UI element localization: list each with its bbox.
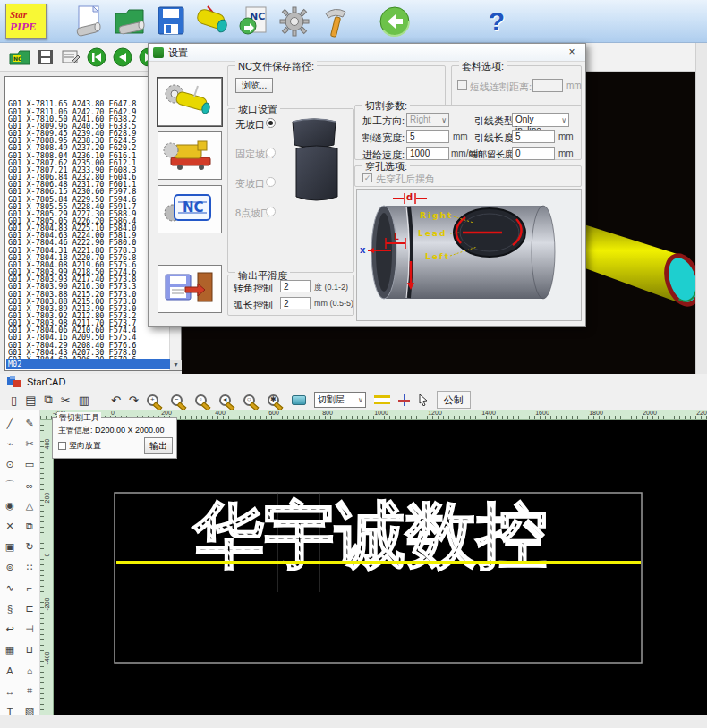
drawing-canvas[interactable]: 华宇诚数控 (54, 420, 707, 715)
rotate-icon[interactable]: ↻ (25, 541, 33, 553)
direction-dropdown[interactable]: Right∨ (406, 113, 449, 127)
pencil-icon[interactable]: ✎ (25, 418, 33, 429)
nc-folder-icon[interactable]: NC (9, 48, 30, 66)
document-edit-icon[interactable] (61, 48, 81, 66)
short-line-checkbox[interactable] (457, 80, 467, 90)
zoom-all-icon[interactable]: ○ (243, 394, 255, 406)
zoom-in-icon[interactable]: + (147, 394, 158, 406)
origin-crosshair-icon[interactable] (398, 394, 410, 406)
pipe-tool-icon[interactable] (195, 4, 229, 39)
polyline-icon[interactable]: ⌁ (7, 438, 13, 450)
center-circle-icon[interactable]: ⊙ (5, 459, 13, 470)
groove-radio-fixed[interactable] (266, 148, 276, 157)
copy-icon[interactable]: ⧉ (44, 393, 52, 407)
nc-doc-icon[interactable]: NC (158, 185, 222, 233)
hruler-label: 800 (322, 410, 333, 416)
dialog-titlebar[interactable]: 设置 × (149, 44, 585, 62)
gcode-lines[interactable]: G01 X-7811.65 A243.80 F647.8G01 X-7811.0… (8, 79, 167, 361)
line-icon[interactable]: ╱ (7, 418, 13, 429)
arc-control-input[interactable]: 2 (280, 297, 311, 309)
pipe-cutter-icon[interactable] (158, 78, 222, 126)
layer-dropdown[interactable]: 切割层∨ (314, 392, 366, 408)
hammer-tool-icon[interactable] (319, 4, 353, 39)
tent-icon[interactable]: ⌂ (27, 665, 33, 676)
mirror-icon[interactable]: △ (26, 500, 33, 512)
lead-length-input[interactable]: 5 (512, 130, 555, 143)
zoom-out-icon[interactable]: − (171, 394, 183, 406)
back-arrow-icon[interactable] (378, 4, 412, 39)
diagram-left-label: Left (425, 252, 450, 261)
starcad-titlebar[interactable]: StarCAD (0, 374, 707, 389)
corner-control-input[interactable]: 2 (280, 280, 311, 292)
spline-icon[interactable]: ∿ (5, 582, 13, 594)
kerf-width-unit: mm (453, 131, 468, 141)
lead-type-dropdown[interactable]: Only in_line∨ (512, 113, 569, 127)
new-file-icon[interactable] (72, 4, 106, 39)
redo-icon[interactable]: ↷ (129, 394, 139, 407)
undo-icon[interactable]: ↶ (111, 394, 121, 407)
hruler-label: 1600 (535, 410, 549, 416)
delete-icon[interactable]: ✕ (5, 521, 13, 532)
open-rect-icon[interactable]: ⊏ (25, 603, 33, 614)
donut-icon[interactable]: ⊚ (5, 562, 13, 573)
metric-button[interactable]: 公制 (437, 391, 471, 409)
browse-button[interactable]: 浏览... (235, 78, 273, 93)
measure-icon[interactable] (374, 395, 390, 404)
nc-folder-label: NC (13, 55, 22, 62)
trim-icon[interactable]: ⊣ (25, 623, 34, 635)
save-small-icon[interactable] (37, 48, 55, 66)
settings-gear-icon[interactable] (277, 4, 311, 39)
zoom-prev-icon[interactable]: ◂ (219, 394, 231, 406)
save-icon[interactable] (154, 4, 188, 39)
feed-rate-input[interactable]: 1000 (406, 147, 449, 160)
hook-icon[interactable]: ↩ (5, 623, 13, 635)
array-icon[interactable]: ∷ (27, 562, 33, 573)
dimension-icon[interactable]: ↔ (5, 686, 15, 697)
cut-icon[interactable]: ✂ (61, 394, 71, 407)
scissors-icon[interactable]: ✂ (25, 438, 33, 450)
select-cursor-icon[interactable] (418, 394, 429, 406)
close-icon[interactable]: × (564, 45, 580, 60)
kerf-width-input[interactable]: 5 (406, 130, 449, 143)
copy-shape-icon[interactable]: ⧉ (26, 521, 33, 532)
layer-bucket-icon[interactable] (292, 395, 306, 405)
chain-icon[interactable]: § (7, 604, 13, 614)
open-folder-icon[interactable] (113, 4, 147, 39)
gcode-selected-row[interactable]: M02 (6, 359, 170, 369)
vertical-place-checkbox[interactable] (58, 442, 66, 450)
machine-icon[interactable] (158, 131, 222, 180)
nc-export-icon[interactable]: NC (236, 4, 270, 39)
offset-rect-icon[interactable]: ▣ (5, 541, 14, 553)
zoom-select-icon[interactable]: ✱ (268, 394, 279, 406)
nav-prev-icon[interactable] (113, 47, 132, 67)
end-reserve-input[interactable]: 0 (512, 147, 555, 160)
rectangle-icon[interactable]: ▭ (25, 459, 34, 470)
ellipse-icon[interactable]: ◉ (5, 500, 14, 512)
nav-first-icon[interactable] (87, 47, 106, 67)
camera-icon[interactable]: ▦ (5, 644, 14, 656)
output-button[interactable]: 输出 (144, 437, 173, 454)
groove-radio-none[interactable] (266, 118, 276, 128)
hruler-label: 200 (161, 410, 172, 416)
scroll-down-icon[interactable]: ▼ (170, 360, 182, 370)
groove-radio-variable[interactable] (266, 177, 276, 187)
open-folder-icon[interactable]: ▤ (25, 394, 36, 407)
paste-icon[interactable]: ▥ (79, 394, 89, 407)
text-a-icon[interactable]: A (6, 665, 13, 676)
end-reserve-unit: mm (558, 148, 574, 158)
right-scroll-strip[interactable] (695, 43, 707, 374)
distance-input[interactable] (532, 79, 563, 92)
zoom-window-icon[interactable]: ▫ (195, 394, 207, 406)
arc-icon[interactable]: ⌒ (5, 478, 15, 492)
help-icon[interactable]: ? (480, 4, 514, 39)
vruler-label: -400 (44, 654, 50, 665)
fillet-icon[interactable]: ⌐ (27, 583, 32, 594)
new-doc-icon[interactable]: ▯ (11, 394, 17, 407)
u-shape-icon[interactable]: ⊔ (26, 644, 34, 656)
pierce-first-checkbox[interactable]: ✓ (362, 173, 372, 182)
bottom-strip (0, 715, 707, 728)
groove-radio-8point[interactable] (266, 207, 276, 216)
bracket-icon[interactable]: ⌗ (27, 685, 32, 697)
save-exit-icon[interactable] (158, 265, 222, 313)
tangent-circles-icon[interactable]: ∞ (26, 480, 33, 491)
